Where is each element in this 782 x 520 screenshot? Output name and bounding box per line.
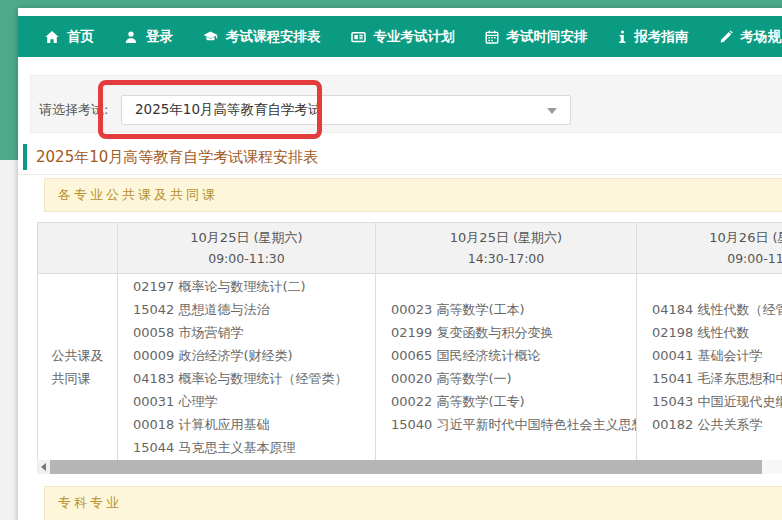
scrollbar-thumb[interactable] [50, 460, 762, 474]
schedule-header-empty [38, 223, 118, 274]
exam-select-label: 请选择考试: [39, 101, 108, 119]
course-item: 02199 复变函数与积分变换 [391, 321, 636, 344]
course-item: 00058 市场营销学 [133, 321, 375, 344]
course-item: 00041 基础会计学 [652, 344, 782, 367]
nav-item-exam-time[interactable]: 考试时间安排 [485, 28, 588, 46]
course-item: 15044 马克思主义基本原理 [133, 436, 375, 459]
title-divider [18, 174, 782, 175]
session-time: 14:30-17:00 [376, 248, 636, 269]
course-item: 00018 计算机应用基础 [133, 413, 375, 436]
nav-item-login[interactable]: 登录 [124, 28, 173, 46]
session-date: 10月25日 (星期六) [118, 227, 375, 248]
scroll-left-button[interactable] [37, 460, 50, 474]
info-icon [618, 30, 627, 44]
page-title: 2025年10月高等教育自学考试课程安排表 [23, 144, 318, 170]
schedule-row-header: 公共课及 共同课 [38, 274, 118, 461]
home-icon [45, 30, 59, 44]
nav-item-course-schedule[interactable]: 考试课程安排表 [203, 28, 321, 46]
schedule-header-row: 10月25日 (星期六) 09:00-11:30 10月25日 (星期六) 14… [38, 223, 782, 274]
nav-item-label: 考试时间安排 [507, 28, 588, 46]
course-item: 00031 心理学 [133, 390, 375, 413]
nav-item-label: 考试课程安排表 [226, 28, 321, 46]
pencil-icon [719, 30, 733, 44]
graduation-cap-icon [203, 30, 218, 44]
nav-item-label: 报考指南 [635, 28, 689, 46]
course-list: 00023 高等数学(工本) 02199 复变函数与积分变换 00065 国民经… [376, 298, 636, 436]
section-banner-public-courses: 各专业公共课及共同课 [44, 178, 782, 212]
courses-cell-sat-am: 02197 概率论与数理统计(二) 15042 思想道德与法治 00058 市场… [118, 274, 376, 461]
exam-select-value: 2025年10月高等教育自学考试 [135, 101, 322, 119]
session-date: 10月26日 (星期日) [637, 227, 782, 248]
schedule-body-row: 公共课及 共同课 02197 概率论与数理统计(二) 15042 思想道德与法治… [38, 274, 782, 461]
calendar-icon [485, 30, 499, 44]
course-item: 00020 高等数学(一) [391, 367, 636, 390]
page-viewport: 首页 登录 考试课程安排表 专业考试计划 [0, 0, 782, 520]
nav-item-home[interactable]: 首页 [45, 28, 94, 46]
course-item: 00182 公共关系学 [652, 413, 782, 436]
main-content-card: 首页 登录 考试课程安排表 专业考试计划 [18, 8, 782, 520]
chevron-down-icon [547, 108, 557, 114]
nav-item-label: 首页 [67, 28, 94, 46]
schedule-table: 10月25日 (星期六) 09:00-11:30 10月25日 (星期六) 14… [37, 222, 782, 461]
session-time: 09:00-11:30 [637, 248, 782, 269]
top-navbar: 首页 登录 考试课程安排表 专业考试计划 [18, 16, 782, 57]
schedule-header-sat-pm: 10月25日 (星期六) 14:30-17:00 [376, 223, 637, 274]
course-item: 02198 线性代数 [652, 321, 782, 344]
course-item: 00022 高等数学(工专) [391, 390, 636, 413]
course-item: 00065 国民经济统计概论 [391, 344, 636, 367]
newspaper-icon [351, 30, 366, 44]
nav-item-label: 登录 [146, 28, 173, 46]
course-item: 00023 高等数学(工本) [391, 298, 636, 321]
schedule-header-sun-am: 10月26日 (星期日) 09:00-11:30 [637, 223, 782, 274]
session-time: 09:00-11:30 [118, 248, 375, 269]
course-item: 04184 线性代数（经管类） [652, 298, 782, 321]
schedule-header-sat-am: 10月25日 (星期六) 09:00-11:30 [118, 223, 376, 274]
nav-item-label: 考场规则 [741, 28, 782, 46]
course-item: 15040 习近平新时代中国特色社会主义思想... [391, 413, 636, 436]
course-item: 15043 中国近现代史纲要 [652, 390, 782, 413]
course-list: 04184 线性代数（经管类） 02198 线性代数 00041 基础会计学 1… [637, 298, 782, 436]
course-item: 15042 思想道德与法治 [133, 298, 375, 321]
exam-select-dropdown[interactable]: 2025年10月高等教育自学考试 [121, 95, 571, 125]
course-item: 04183 概率论与数理统计（经管类） [133, 367, 375, 390]
row-header-line: 共同课 [52, 367, 104, 390]
nav-item-label: 专业考试计划 [374, 28, 455, 46]
nav-item-room-rules[interactable]: 考场规则 [719, 28, 782, 46]
courses-cell-sun-am: 04184 线性代数（经管类） 02198 线性代数 00041 基础会计学 1… [637, 274, 782, 461]
course-item: 15041 毛泽东思想和中国特色社会主义理论体系概论 [652, 367, 782, 390]
nav-item-guide[interactable]: 报考指南 [618, 28, 689, 46]
course-item: 02197 概率论与数理统计(二) [133, 275, 375, 298]
user-icon [124, 30, 138, 44]
horizontal-scrollbar[interactable] [37, 460, 782, 474]
session-date: 10月25日 (星期六) [376, 227, 636, 248]
courses-cell-sat-pm: 00023 高等数学(工本) 02199 复变函数与积分变换 00065 国民经… [376, 274, 637, 461]
triangle-left-icon [41, 463, 46, 471]
course-item: 00009 政治经济学(财经类) [133, 344, 375, 367]
schedule-table-wrap: 10月25日 (星期六) 09:00-11:30 10月25日 (星期六) 14… [37, 222, 782, 461]
course-list: 02197 概率论与数理统计(二) 15042 思想道德与法治 00058 市场… [118, 275, 375, 459]
row-header-line: 公共课及 [52, 344, 104, 367]
nav-item-major-plan[interactable]: 专业考试计划 [351, 28, 455, 46]
section-banner-associate: 专科专业 [44, 486, 782, 520]
